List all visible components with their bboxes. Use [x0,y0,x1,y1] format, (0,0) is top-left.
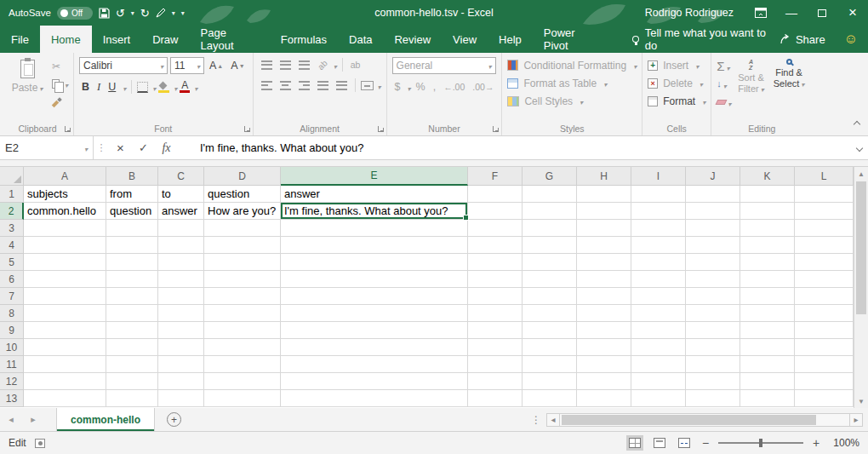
cell-D3[interactable] [204,220,281,237]
cell-B10[interactable] [106,339,158,356]
cell-B1[interactable]: from [106,186,158,203]
column-header-E[interactable]: E [281,167,468,186]
cell-G4[interactable] [523,237,577,254]
cell-C11[interactable] [158,356,204,373]
cell-H11[interactable] [577,356,631,373]
column-header-H[interactable]: H [577,167,631,186]
ribbon-tab-help[interactable]: Help [488,26,533,53]
merge-center-icon[interactable] [361,81,374,90]
sheet-nav-right-icon[interactable]: ▸ [22,408,44,431]
cell-L12[interactable] [795,373,854,390]
decrease-font-size-button[interactable]: A▼ [228,58,247,73]
cell-A10[interactable] [24,339,106,356]
cell-J4[interactable] [686,237,740,254]
cell-I7[interactable] [631,288,686,305]
cell-B13[interactable] [106,390,158,407]
cell-H3[interactable] [577,220,631,237]
cell-B8[interactable] [106,305,158,322]
cell-L13[interactable] [795,390,854,407]
customize-qat-icon[interactable]: ▾ [181,9,185,17]
cell-A8[interactable] [24,305,106,322]
cell-B2[interactable]: question [106,203,158,220]
zoom-slider-knob[interactable] [759,439,762,447]
format-cells-button[interactable]: Format [648,93,705,109]
cell-B3[interactable] [106,220,158,237]
column-header-B[interactable]: B [106,167,158,186]
cell-K4[interactable] [740,237,795,254]
cell-F8[interactable] [468,305,523,322]
align-right-button[interactable] [296,78,312,93]
cell-A5[interactable] [24,254,106,271]
cell-I3[interactable] [631,220,686,237]
find-select-button[interactable]: Find & Select [771,57,808,109]
borders-icon[interactable] [137,82,148,93]
cell-A9[interactable] [24,322,106,339]
column-header-C[interactable]: C [158,167,204,186]
comma-format-button[interactable]: , [431,79,438,95]
ribbon-tab-insert[interactable]: Insert [92,26,142,53]
cell-F7[interactable] [468,288,523,305]
cell-F12[interactable] [468,373,523,390]
wrap-text-button[interactable]: ab [348,57,363,72]
cell-B6[interactable] [106,271,158,288]
cell-B11[interactable] [106,356,158,373]
zoom-slider[interactable] [718,442,803,444]
page-layout-view-button[interactable] [651,435,668,451]
ribbon-tab-power-pivot[interactable]: Power Pivot [533,26,610,53]
cell-K2[interactable] [740,203,795,220]
scroll-left-icon[interactable]: ◂ [546,413,560,427]
cell-L8[interactable] [795,305,854,322]
cell-K8[interactable] [740,305,795,322]
cell-E10[interactable] [281,339,468,356]
new-sheet-button[interactable]: + [167,412,181,427]
cell-J7[interactable] [686,288,740,305]
cell-G3[interactable] [523,220,577,237]
row-header-4[interactable]: 4 [0,237,24,254]
cell-I4[interactable] [631,237,686,254]
cell-E1[interactable]: answer [281,186,468,203]
cell-D4[interactable] [204,237,281,254]
cell-D2[interactable]: How are you? [204,203,281,220]
cell-L2[interactable] [795,203,854,220]
cell-G13[interactable] [523,390,577,407]
column-header-L[interactable]: L [795,167,854,186]
name-box[interactable]: E2 [0,136,94,159]
bold-button[interactable]: B [79,79,92,95]
scroll-down-icon[interactable]: ▼ [854,394,868,408]
autosum-button[interactable]: Σ [717,59,731,73]
cell-D11[interactable] [204,356,281,373]
clipboard-dialog-launcher-icon[interactable] [65,126,71,132]
row-header-12[interactable]: 12 [0,373,24,390]
font-name-select[interactable]: Calibri [79,57,168,74]
cell-C9[interactable] [158,322,204,339]
pen-icon[interactable] [156,8,166,18]
cell-H8[interactable] [577,305,631,322]
font-color-icon[interactable]: A [180,81,190,93]
cell-E6[interactable] [281,271,468,288]
cell-D5[interactable] [204,254,281,271]
cell-B9[interactable] [106,322,158,339]
cell-K6[interactable] [740,271,795,288]
cell-I1[interactable] [631,186,686,203]
undo-caret-icon[interactable]: ▾ [131,9,134,17]
cell-H13[interactable] [577,390,631,407]
cell-G12[interactable] [523,373,577,390]
scroll-up-icon[interactable]: ▲ [854,167,868,181]
ribbon-tab-view[interactable]: View [442,26,488,53]
cell-E4[interactable] [281,237,468,254]
sheet-nav-left-icon[interactable]: ◂ [0,408,22,431]
top-align-button[interactable] [259,57,275,72]
cell-F5[interactable] [468,254,523,271]
ribbon-tab-formulas[interactable]: Formulas [270,26,338,53]
increase-indent-button[interactable] [334,78,350,93]
cell-G10[interactable] [523,339,577,356]
cell-B5[interactable] [106,254,158,271]
sheet-tab-common-hello[interactable]: common-hello [56,408,155,431]
ribbon-tab-draw[interactable]: Draw [141,26,189,53]
select-all-button[interactable] [0,167,24,186]
cell-K5[interactable] [740,254,795,271]
cell-L1[interactable] [795,186,854,203]
cell-F6[interactable] [468,271,523,288]
cell-D10[interactable] [204,339,281,356]
cell-I2[interactable] [631,203,686,220]
